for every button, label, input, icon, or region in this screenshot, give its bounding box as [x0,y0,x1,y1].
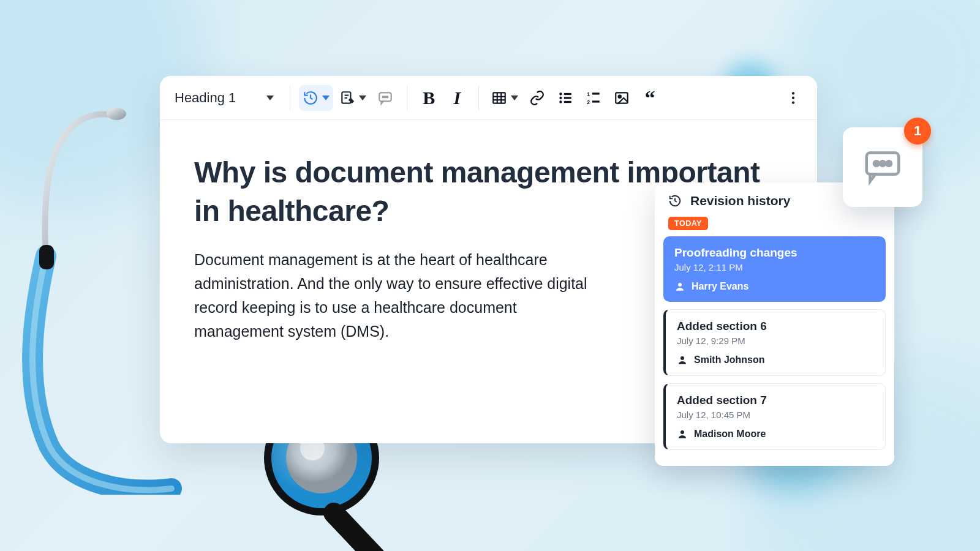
revision-item[interactable]: Added section 7 July 12, 10:45 PM Madiso… [663,383,886,450]
svg-rect-11 [494,92,506,103]
document-pencil-icon [339,90,355,106]
numbered-list-button[interactable]: 1 2 [581,85,606,111]
italic-button[interactable]: I [444,85,470,111]
svg-rect-1 [39,245,54,269]
revision-item-timestamp: July 12, 2:11 PM [674,262,875,272]
history-icon [668,194,682,208]
revision-item-user: Madison Moore [677,429,874,440]
revision-item-title: Added section 6 [677,320,874,333]
bullet-list-icon [557,90,573,106]
comment-notification-bubble[interactable]: 1 [843,127,922,207]
date-badge: TODAY [668,217,708,230]
revision-item-active[interactable]: Proofreading changes July 12, 2:11 PM Ha… [663,236,886,302]
chevron-down-icon [511,96,518,100]
document-paragraph[interactable]: Document management is at the heart of h… [194,248,598,343]
svg-point-35 [874,161,879,166]
notification-count-badge: 1 [904,118,931,144]
revision-item[interactable]: Added section 6 July 12, 9:29 PM Smith J… [663,309,886,376]
svg-text:2: 2 [587,99,590,105]
bold-button[interactable]: B [416,85,442,111]
italic-icon: I [453,88,461,108]
toolbar-separator [290,86,290,110]
insert-image-button[interactable] [609,85,635,111]
svg-point-27 [619,95,621,97]
svg-point-37 [886,161,891,166]
svg-rect-21 [564,100,571,102]
comment-icon [377,90,393,106]
chevron-down-icon [359,96,366,100]
revision-item-title: Added section 7 [677,394,874,407]
chevron-down-icon [266,96,274,100]
user-icon [677,429,688,440]
user-icon [677,354,688,365]
svg-point-18 [560,96,562,99]
bold-icon: B [423,88,435,108]
svg-rect-19 [564,97,571,99]
numbered-list-icon: 1 2 [586,90,601,106]
comment-button[interactable] [372,85,398,111]
revision-item-timestamp: July 12, 10:45 PM [677,410,874,420]
toolbar-separator [407,86,407,110]
image-icon [614,90,630,106]
svg-point-8 [383,96,384,97]
svg-text:1: 1 [587,91,590,97]
svg-rect-25 [592,100,600,102]
svg-point-16 [560,92,562,95]
svg-point-30 [792,101,794,103]
svg-point-28 [792,92,794,94]
revision-history-button[interactable] [299,85,333,111]
revision-item-username: Harry Evans [692,281,748,292]
insert-link-button[interactable] [524,85,550,111]
svg-point-32 [680,356,684,360]
bullet-list-button[interactable] [552,85,578,111]
revision-history-title: Revision history [690,193,790,208]
link-icon [529,90,545,106]
revision-item-user: Harry Evans [674,281,875,292]
revision-item-timestamp: July 12, 9:29 PM [677,335,874,346]
svg-rect-17 [564,92,571,94]
revision-item-title: Proofreading changes [674,246,875,260]
heading-style-label: Heading 1 [175,90,236,106]
track-changes-button[interactable] [336,85,370,111]
svg-point-31 [678,283,682,287]
more-vertical-icon [785,90,801,106]
svg-point-33 [680,430,684,434]
insert-table-button[interactable] [488,85,522,111]
revision-history-panel: Revision history TODAY Proofreading chan… [655,182,894,466]
revision-item-username: Smith Johnson [694,354,765,365]
more-options-button[interactable] [780,85,806,111]
blockquote-button[interactable]: “ [637,85,663,111]
user-icon [674,281,685,292]
svg-point-20 [560,100,562,103]
quote-icon: “ [645,92,655,103]
svg-rect-26 [616,92,628,103]
chevron-down-icon [322,96,330,100]
svg-point-36 [880,161,885,166]
heading-style-dropdown[interactable]: Heading 1 [171,86,281,110]
revision-item-user: Smith Johnson [677,354,874,365]
svg-point-9 [385,96,386,97]
comment-icon [861,146,904,189]
history-icon [303,90,318,106]
editor-toolbar: Heading 1 B I [160,76,817,120]
svg-rect-23 [592,92,600,94]
table-icon [491,90,507,106]
svg-point-29 [792,96,794,99]
revision-item-username: Madison Moore [694,429,766,440]
toolbar-separator [478,86,479,110]
svg-point-10 [386,96,388,97]
